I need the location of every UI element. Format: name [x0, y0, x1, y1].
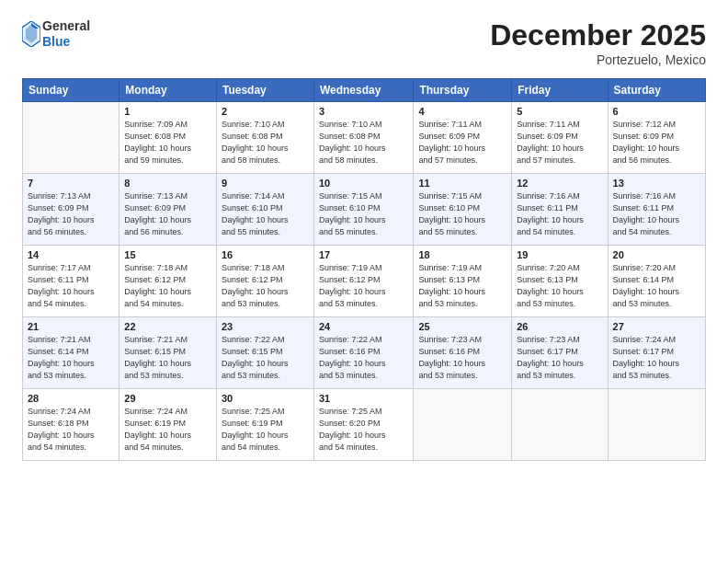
- calendar-week-row: 1Sunrise: 7:09 AM Sunset: 6:08 PM Daylig…: [23, 102, 706, 174]
- day-number: 2: [222, 106, 309, 117]
- calendar-cell: [512, 389, 608, 461]
- day-number: 18: [418, 249, 506, 260]
- day-info: Sunrise: 7:19 AM Sunset: 6:13 PM Dayligh…: [418, 262, 506, 310]
- calendar-cell: 11Sunrise: 7:15 AM Sunset: 6:10 PM Dayli…: [414, 174, 512, 246]
- calendar-cell: 18Sunrise: 7:19 AM Sunset: 6:13 PM Dayli…: [414, 246, 512, 317]
- weekday-header-tuesday: Tuesday: [216, 79, 313, 102]
- logo-icon: [22, 21, 40, 47]
- day-info: Sunrise: 7:09 AM Sunset: 6:08 PM Dayligh…: [124, 119, 211, 167]
- day-info: Sunrise: 7:23 AM Sunset: 6:17 PM Dayligh…: [517, 334, 602, 382]
- day-info: Sunrise: 7:22 AM Sunset: 6:16 PM Dayligh…: [319, 334, 408, 382]
- weekday-header-wednesday: Wednesday: [313, 79, 413, 102]
- calendar-cell: 9Sunrise: 7:14 AM Sunset: 6:10 PM Daylig…: [216, 174, 313, 246]
- calendar-cell: 28Sunrise: 7:24 AM Sunset: 6:18 PM Dayli…: [23, 389, 119, 461]
- day-number: 30: [222, 393, 309, 404]
- day-number: 9: [222, 178, 309, 189]
- calendar-cell: 5Sunrise: 7:11 AM Sunset: 6:09 PM Daylig…: [512, 102, 608, 174]
- day-number: 14: [28, 249, 114, 260]
- day-info: Sunrise: 7:19 AM Sunset: 6:12 PM Dayligh…: [319, 262, 408, 310]
- day-number: 25: [418, 321, 506, 332]
- logo-text: General Blue: [42, 18, 90, 50]
- day-info: Sunrise: 7:18 AM Sunset: 6:12 PM Dayligh…: [222, 262, 309, 310]
- logo: General Blue: [22, 18, 90, 50]
- day-info: Sunrise: 7:11 AM Sunset: 6:09 PM Dayligh…: [418, 119, 506, 167]
- day-info: Sunrise: 7:11 AM Sunset: 6:09 PM Dayligh…: [517, 119, 602, 167]
- calendar-cell: [608, 389, 705, 461]
- day-number: 27: [613, 321, 700, 332]
- day-number: 17: [319, 249, 408, 260]
- calendar-cell: 12Sunrise: 7:16 AM Sunset: 6:11 PM Dayli…: [512, 174, 608, 246]
- weekday-header-row: SundayMondayTuesdayWednesdayThursdayFrid…: [23, 79, 706, 102]
- day-info: Sunrise: 7:25 AM Sunset: 6:19 PM Dayligh…: [222, 406, 309, 454]
- calendar-cell: 14Sunrise: 7:17 AM Sunset: 6:11 PM Dayli…: [23, 246, 119, 317]
- calendar-cell: 6Sunrise: 7:12 AM Sunset: 6:09 PM Daylig…: [608, 102, 705, 174]
- day-info: Sunrise: 7:20 AM Sunset: 6:14 PM Dayligh…: [613, 262, 700, 310]
- calendar-cell: [23, 102, 119, 174]
- day-info: Sunrise: 7:13 AM Sunset: 6:09 PM Dayligh…: [28, 190, 114, 238]
- logo-general-text: General: [42, 18, 90, 34]
- month-title: December 2025: [490, 18, 706, 52]
- page: General Blue December 2025 Portezuelo, M…: [0, 0, 728, 563]
- header: General Blue December 2025 Portezuelo, M…: [22, 18, 706, 67]
- day-number: 31: [319, 393, 408, 404]
- calendar-cell: 22Sunrise: 7:21 AM Sunset: 6:15 PM Dayli…: [119, 317, 217, 389]
- day-info: Sunrise: 7:15 AM Sunset: 6:10 PM Dayligh…: [319, 190, 408, 238]
- calendar-cell: 2Sunrise: 7:10 AM Sunset: 6:08 PM Daylig…: [216, 102, 313, 174]
- day-number: 21: [28, 321, 114, 332]
- calendar-week-row: 28Sunrise: 7:24 AM Sunset: 6:18 PM Dayli…: [23, 389, 706, 461]
- calendar-cell: 23Sunrise: 7:22 AM Sunset: 6:15 PM Dayli…: [216, 317, 313, 389]
- calendar-cell: 16Sunrise: 7:18 AM Sunset: 6:12 PM Dayli…: [216, 246, 313, 317]
- day-number: 29: [124, 393, 211, 404]
- day-info: Sunrise: 7:12 AM Sunset: 6:09 PM Dayligh…: [613, 119, 700, 167]
- weekday-header-saturday: Saturday: [608, 79, 705, 102]
- day-number: 23: [222, 321, 309, 332]
- day-info: Sunrise: 7:25 AM Sunset: 6:20 PM Dayligh…: [319, 406, 408, 454]
- logo-blue-text: Blue: [42, 34, 90, 50]
- day-info: Sunrise: 7:22 AM Sunset: 6:15 PM Dayligh…: [222, 334, 309, 382]
- calendar-week-row: 14Sunrise: 7:17 AM Sunset: 6:11 PM Dayli…: [23, 246, 706, 317]
- weekday-header-thursday: Thursday: [414, 79, 512, 102]
- day-info: Sunrise: 7:14 AM Sunset: 6:10 PM Dayligh…: [222, 190, 309, 238]
- calendar-week-row: 21Sunrise: 7:21 AM Sunset: 6:14 PM Dayli…: [23, 317, 706, 389]
- calendar-cell: 27Sunrise: 7:24 AM Sunset: 6:17 PM Dayli…: [608, 317, 705, 389]
- day-info: Sunrise: 7:24 AM Sunset: 6:17 PM Dayligh…: [613, 334, 700, 382]
- calendar-cell: 26Sunrise: 7:23 AM Sunset: 6:17 PM Dayli…: [512, 317, 608, 389]
- day-number: 7: [28, 178, 114, 189]
- calendar-cell: 3Sunrise: 7:10 AM Sunset: 6:08 PM Daylig…: [313, 102, 413, 174]
- calendar-cell: 8Sunrise: 7:13 AM Sunset: 6:09 PM Daylig…: [119, 174, 217, 246]
- title-block: December 2025 Portezuelo, Mexico: [490, 18, 706, 67]
- calendar-cell: 19Sunrise: 7:20 AM Sunset: 6:13 PM Dayli…: [512, 246, 608, 317]
- day-info: Sunrise: 7:16 AM Sunset: 6:11 PM Dayligh…: [517, 190, 602, 238]
- calendar-cell: 7Sunrise: 7:13 AM Sunset: 6:09 PM Daylig…: [23, 174, 119, 246]
- day-info: Sunrise: 7:17 AM Sunset: 6:11 PM Dayligh…: [28, 262, 114, 310]
- day-number: 26: [517, 321, 602, 332]
- day-info: Sunrise: 7:18 AM Sunset: 6:12 PM Dayligh…: [124, 262, 211, 310]
- calendar-table: SundayMondayTuesdayWednesdayThursdayFrid…: [22, 78, 706, 461]
- day-number: 22: [124, 321, 211, 332]
- day-number: 28: [28, 393, 114, 404]
- day-info: Sunrise: 7:21 AM Sunset: 6:14 PM Dayligh…: [28, 334, 114, 382]
- day-number: 13: [613, 178, 700, 189]
- day-number: 15: [124, 249, 211, 260]
- calendar-cell: 15Sunrise: 7:18 AM Sunset: 6:12 PM Dayli…: [119, 246, 217, 317]
- calendar-cell: 1Sunrise: 7:09 AM Sunset: 6:08 PM Daylig…: [119, 102, 217, 174]
- day-info: Sunrise: 7:13 AM Sunset: 6:09 PM Dayligh…: [124, 190, 211, 238]
- day-number: 4: [418, 106, 506, 117]
- day-number: 12: [517, 178, 602, 189]
- calendar-cell: 31Sunrise: 7:25 AM Sunset: 6:20 PM Dayli…: [313, 389, 413, 461]
- location-subtitle: Portezuelo, Mexico: [490, 52, 706, 67]
- day-number: 8: [124, 178, 211, 189]
- weekday-header-friday: Friday: [512, 79, 608, 102]
- calendar-cell: 30Sunrise: 7:25 AM Sunset: 6:19 PM Dayli…: [216, 389, 313, 461]
- calendar-cell: 13Sunrise: 7:16 AM Sunset: 6:11 PM Dayli…: [608, 174, 705, 246]
- day-info: Sunrise: 7:20 AM Sunset: 6:13 PM Dayligh…: [517, 262, 602, 310]
- day-info: Sunrise: 7:15 AM Sunset: 6:10 PM Dayligh…: [418, 190, 506, 238]
- day-info: Sunrise: 7:24 AM Sunset: 6:19 PM Dayligh…: [124, 406, 211, 454]
- day-number: 6: [613, 106, 700, 117]
- day-info: Sunrise: 7:24 AM Sunset: 6:18 PM Dayligh…: [28, 406, 114, 454]
- day-number: 1: [124, 106, 211, 117]
- calendar-cell: 17Sunrise: 7:19 AM Sunset: 6:12 PM Dayli…: [313, 246, 413, 317]
- calendar-cell: [414, 389, 512, 461]
- day-number: 20: [613, 249, 700, 260]
- day-number: 24: [319, 321, 408, 332]
